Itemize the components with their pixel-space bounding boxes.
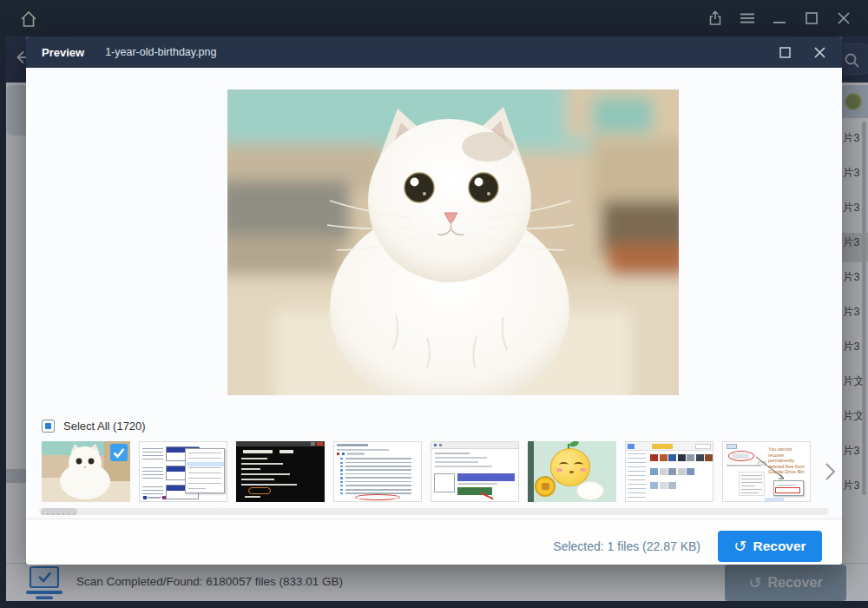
- preview-modal-footer: Selected: 1 files (22.87 KB) ↺ Recover: [26, 519, 842, 565]
- selected-summary-text: Selected: 1 files (22.87 KB): [553, 539, 700, 553]
- select-all-control[interactable]: Select All (1720): [42, 418, 146, 433]
- modal-close-icon[interactable]: [812, 45, 826, 59]
- checkbox-indeterminate-mark: [45, 423, 51, 429]
- preview-modal-header: Preview 1-year-old-birthday.png: [26, 36, 842, 68]
- recover-button-label: Recover: [753, 539, 806, 554]
- home-icon[interactable]: [17, 8, 40, 30]
- thumbnail-google-drive-note[interactable]: You cannot recover permanently deleted f…: [722, 441, 811, 502]
- thumbnail-scroll-right-icon[interactable]: [823, 460, 840, 483]
- app-window: 片3 片3 片3 片3 片3 片3 片3 片文 片文 片3 片3 Scan Co…: [0, 0, 868, 608]
- thumbnail-device-manager[interactable]: [333, 441, 422, 502]
- restore-icon: ↺: [733, 539, 746, 554]
- share-icon[interactable]: [707, 10, 724, 27]
- google-drive-note-text: You cannot recover permanently deleted f…: [768, 446, 809, 475]
- select-all-checkbox[interactable]: [42, 420, 55, 433]
- thumbnail-scrollbar-thumb[interactable]: [41, 508, 77, 515]
- modal-maximize-icon[interactable]: [778, 45, 792, 59]
- thumbnail-selected-badge: [110, 444, 128, 461]
- close-icon[interactable]: [835, 10, 852, 27]
- thumbnail-terminal-output[interactable]: [236, 441, 325, 502]
- thumbnail-strip: You cannot recover permanently deleted f…: [42, 441, 811, 502]
- preview-image-cat: [227, 89, 679, 395]
- thumbnail-file-explorer-photos[interactable]: [625, 441, 713, 502]
- thumbnail-emoji-cartoon[interactable]: [528, 441, 616, 502]
- thumbnail-scrollbar-track[interactable]: [39, 508, 829, 515]
- modal-title: Preview: [42, 46, 84, 59]
- thumbnail-disk-management-context-menu[interactable]: [139, 441, 227, 502]
- recover-button[interactable]: ↺ Recover: [718, 531, 822, 562]
- preview-modal: Preview 1-year-old-birthday.png: [26, 36, 842, 565]
- thumbnail-disk-management[interactable]: [431, 441, 519, 502]
- preview-modal-body: Select All (1720): [26, 68, 842, 565]
- select-all-label: Select All (1720): [63, 420, 146, 433]
- thumbnail-cat-photo[interactable]: [42, 441, 130, 502]
- maximize-icon[interactable]: [803, 10, 820, 27]
- app-titlebar: [0, 0, 868, 36]
- previewed-filename: 1-year-old-birthday.png: [105, 46, 216, 58]
- menu-icon[interactable]: [739, 10, 756, 27]
- minimize-icon[interactable]: [771, 10, 788, 27]
